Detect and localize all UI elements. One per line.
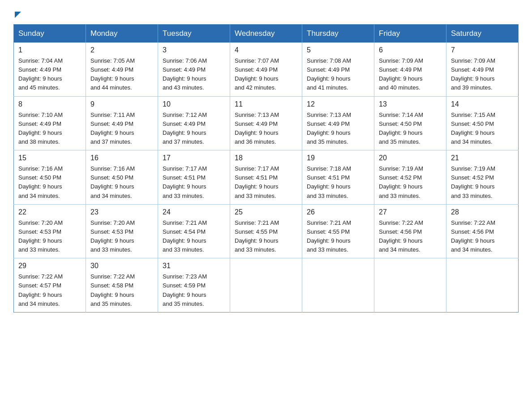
day-number: 20: [379, 154, 442, 162]
day-info: Sunrise: 7:06 AMSunset: 4:49 PMDaylight:…: [163, 57, 207, 91]
day-number: 1: [18, 46, 81, 54]
day-info: Sunrise: 7:22 AMSunset: 4:57 PMDaylight:…: [18, 273, 63, 307]
day-info: Sunrise: 7:22 AMSunset: 4:56 PMDaylight:…: [451, 219, 495, 253]
day-number: 3: [163, 46, 225, 54]
day-info: Sunrise: 7:12 AMSunset: 4:49 PMDaylight:…: [163, 111, 207, 145]
calendar-cell: 20 Sunrise: 7:19 AMSunset: 4:52 PMDaylig…: [374, 150, 446, 205]
day-number: 17: [163, 154, 225, 162]
calendar-cell: 22 Sunrise: 7:20 AMSunset: 4:53 PMDaylig…: [14, 204, 86, 258]
logo: [13, 11, 21, 16]
day-number: 28: [451, 208, 514, 216]
day-number: 10: [163, 100, 225, 108]
calendar-cell: 5 Sunrise: 7:08 AMSunset: 4:49 PMDayligh…: [302, 43, 374, 96]
day-number: 30: [90, 262, 153, 270]
day-info: Sunrise: 7:09 AMSunset: 4:49 PMDaylight:…: [379, 57, 423, 91]
day-info: Sunrise: 7:22 AMSunset: 4:56 PMDaylight:…: [379, 219, 423, 253]
calendar-cell: 3 Sunrise: 7:06 AMSunset: 4:49 PMDayligh…: [158, 43, 230, 96]
day-number: 25: [235, 208, 297, 216]
day-number: 26: [307, 208, 369, 216]
calendar-cell: 7 Sunrise: 7:09 AMSunset: 4:49 PMDayligh…: [446, 43, 519, 96]
calendar-cell: 27 Sunrise: 7:22 AMSunset: 4:56 PMDaylig…: [374, 204, 446, 258]
calendar-cell: 2 Sunrise: 7:05 AMSunset: 4:49 PMDayligh…: [86, 43, 158, 96]
day-number: 12: [307, 100, 369, 108]
calendar-table: SundayMondayTuesdayWednesdayThursdayFrid…: [13, 24, 519, 313]
day-info: Sunrise: 7:16 AMSunset: 4:50 PMDaylight:…: [18, 165, 63, 199]
calendar-cell: 11 Sunrise: 7:13 AMSunset: 4:49 PMDaylig…: [230, 96, 302, 150]
calendar-week-1: 1 Sunrise: 7:04 AMSunset: 4:49 PMDayligh…: [14, 43, 519, 96]
weekday-header-sunday: Sunday: [14, 25, 86, 43]
weekday-header-row: SundayMondayTuesdayWednesdayThursdayFrid…: [14, 25, 519, 43]
day-info: Sunrise: 7:10 AMSunset: 4:49 PMDaylight:…: [18, 111, 63, 145]
day-number: 7: [451, 46, 514, 54]
calendar-cell: 12 Sunrise: 7:13 AMSunset: 4:49 PMDaylig…: [302, 96, 374, 150]
day-number: 2: [90, 46, 153, 54]
calendar-cell: 17 Sunrise: 7:17 AMSunset: 4:51 PMDaylig…: [158, 150, 230, 205]
day-number: 5: [307, 46, 369, 54]
day-number: 23: [90, 208, 153, 216]
calendar-cell: 13 Sunrise: 7:14 AMSunset: 4:50 PMDaylig…: [374, 96, 446, 150]
day-number: 8: [18, 100, 81, 108]
calendar-cell: 25 Sunrise: 7:21 AMSunset: 4:55 PMDaylig…: [230, 204, 302, 258]
weekday-header-friday: Friday: [374, 25, 446, 43]
day-info: Sunrise: 7:09 AMSunset: 4:49 PMDaylight:…: [451, 57, 495, 91]
day-number: 9: [90, 100, 153, 108]
calendar-cell: 30 Sunrise: 7:22 AMSunset: 4:58 PMDaylig…: [86, 258, 158, 313]
calendar-cell: [230, 258, 302, 313]
day-info: Sunrise: 7:07 AMSunset: 4:49 PMDaylight:…: [235, 57, 279, 91]
weekday-header-monday: Monday: [86, 25, 158, 43]
day-info: Sunrise: 7:22 AMSunset: 4:58 PMDaylight:…: [90, 273, 135, 307]
calendar-cell: 9 Sunrise: 7:11 AMSunset: 4:49 PMDayligh…: [86, 96, 158, 150]
day-number: 14: [451, 100, 514, 108]
day-number: 6: [379, 46, 442, 54]
day-number: 15: [18, 154, 81, 162]
weekday-header-saturday: Saturday: [446, 25, 519, 43]
calendar-cell: 23 Sunrise: 7:20 AMSunset: 4:53 PMDaylig…: [86, 204, 158, 258]
calendar-cell: 10 Sunrise: 7:12 AMSunset: 4:49 PMDaylig…: [158, 96, 230, 150]
page-header: [13, 11, 519, 16]
day-number: 24: [163, 208, 225, 216]
day-info: Sunrise: 7:23 AMSunset: 4:59 PMDaylight:…: [163, 273, 207, 307]
calendar-week-4: 22 Sunrise: 7:20 AMSunset: 4:53 PMDaylig…: [14, 204, 519, 258]
calendar-cell: 6 Sunrise: 7:09 AMSunset: 4:49 PMDayligh…: [374, 43, 446, 96]
weekday-header-thursday: Thursday: [302, 25, 374, 43]
day-number: 18: [235, 154, 297, 162]
day-info: Sunrise: 7:14 AMSunset: 4:50 PMDaylight:…: [379, 111, 423, 145]
day-info: Sunrise: 7:21 AMSunset: 4:55 PMDaylight:…: [307, 219, 351, 253]
day-number: 19: [307, 154, 369, 162]
calendar-week-2: 8 Sunrise: 7:10 AMSunset: 4:49 PMDayligh…: [14, 96, 519, 150]
calendar-cell: [374, 258, 446, 313]
day-info: Sunrise: 7:13 AMSunset: 4:49 PMDaylight:…: [235, 111, 279, 145]
day-info: Sunrise: 7:21 AMSunset: 4:54 PMDaylight:…: [163, 219, 207, 253]
calendar-cell: 14 Sunrise: 7:15 AMSunset: 4:50 PMDaylig…: [446, 96, 519, 150]
day-number: 11: [235, 100, 297, 108]
calendar-cell: 21 Sunrise: 7:19 AMSunset: 4:52 PMDaylig…: [446, 150, 519, 205]
day-info: Sunrise: 7:13 AMSunset: 4:49 PMDaylight:…: [307, 111, 351, 145]
calendar-cell: 31 Sunrise: 7:23 AMSunset: 4:59 PMDaylig…: [158, 258, 230, 313]
day-number: 22: [18, 208, 81, 216]
day-info: Sunrise: 7:16 AMSunset: 4:50 PMDaylight:…: [90, 165, 135, 199]
calendar-cell: 15 Sunrise: 7:16 AMSunset: 4:50 PMDaylig…: [14, 150, 86, 205]
day-info: Sunrise: 7:11 AMSunset: 4:49 PMDaylight:…: [90, 111, 135, 145]
calendar-cell: 16 Sunrise: 7:16 AMSunset: 4:50 PMDaylig…: [86, 150, 158, 205]
calendar-cell: 1 Sunrise: 7:04 AMSunset: 4:49 PMDayligh…: [14, 43, 86, 96]
calendar-cell: 29 Sunrise: 7:22 AMSunset: 4:57 PMDaylig…: [14, 258, 86, 313]
day-number: 31: [163, 262, 225, 270]
calendar-cell: 8 Sunrise: 7:10 AMSunset: 4:49 PMDayligh…: [14, 96, 86, 150]
day-info: Sunrise: 7:05 AMSunset: 4:49 PMDaylight:…: [90, 57, 135, 91]
day-info: Sunrise: 7:21 AMSunset: 4:55 PMDaylight:…: [235, 219, 279, 253]
calendar-week-5: 29 Sunrise: 7:22 AMSunset: 4:57 PMDaylig…: [14, 258, 519, 313]
calendar-cell: 24 Sunrise: 7:21 AMSunset: 4:54 PMDaylig…: [158, 204, 230, 258]
calendar-cell: 26 Sunrise: 7:21 AMSunset: 4:55 PMDaylig…: [302, 204, 374, 258]
day-info: Sunrise: 7:19 AMSunset: 4:52 PMDaylight:…: [451, 165, 495, 199]
day-number: 13: [379, 100, 442, 108]
calendar-cell: 19 Sunrise: 7:18 AMSunset: 4:51 PMDaylig…: [302, 150, 374, 205]
day-info: Sunrise: 7:04 AMSunset: 4:49 PMDaylight:…: [18, 57, 63, 91]
day-info: Sunrise: 7:17 AMSunset: 4:51 PMDaylight:…: [163, 165, 207, 199]
day-info: Sunrise: 7:17 AMSunset: 4:51 PMDaylight:…: [235, 165, 279, 199]
day-number: 16: [90, 154, 153, 162]
day-info: Sunrise: 7:15 AMSunset: 4:50 PMDaylight:…: [451, 111, 495, 145]
calendar-cell: 4 Sunrise: 7:07 AMSunset: 4:49 PMDayligh…: [230, 43, 302, 96]
calendar-cell: 28 Sunrise: 7:22 AMSunset: 4:56 PMDaylig…: [446, 204, 519, 258]
day-info: Sunrise: 7:19 AMSunset: 4:52 PMDaylight:…: [379, 165, 423, 199]
calendar-cell: 18 Sunrise: 7:17 AMSunset: 4:51 PMDaylig…: [230, 150, 302, 205]
